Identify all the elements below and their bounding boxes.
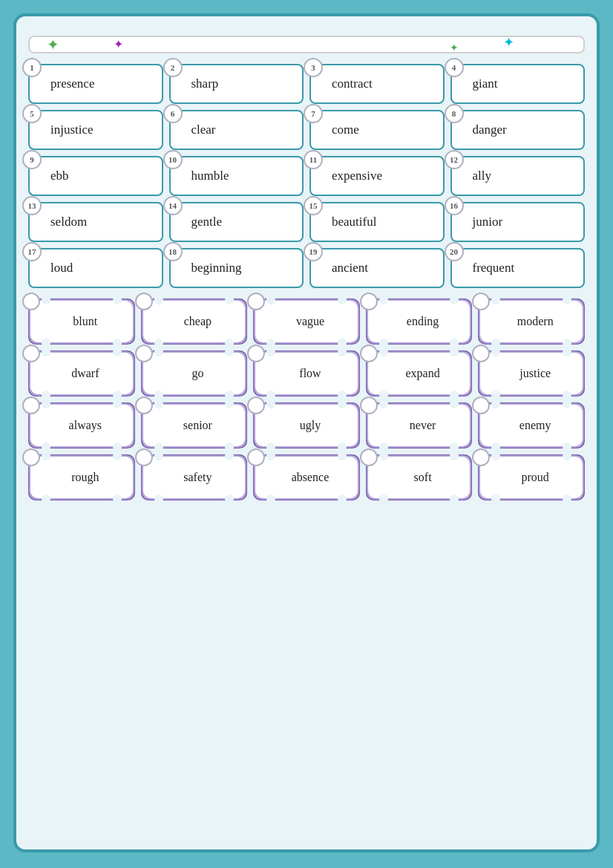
number-circle-19: 19 [304,242,323,261]
purple-box-13: ugly [253,402,360,448]
purple-word-10: justice [519,367,551,380]
purple-word-17: safety [183,471,212,484]
blue-word-2: sharp [191,76,219,91]
purple-word-8: flow [299,367,321,380]
blue-box-15: 15beautiful [309,202,445,242]
blue-box-16: 16junior [450,202,586,242]
purple-word-2: cheap [184,315,212,328]
purple-word-20: proud [522,471,549,484]
answer-circle-20 [472,448,490,466]
number-circle-6: 6 [163,104,183,123]
blue-word-16: junior [473,215,503,229]
purple-word-5: modern [517,315,554,328]
number-circle-18: 18 [163,242,183,261]
purple-word-16: rough [71,471,99,484]
blue-box-14: 14gentle [169,202,304,242]
purple-box-4: ending [366,298,473,345]
answer-circle-16 [22,448,40,466]
number-circle-11: 11 [304,150,323,169]
number-circle-3: 3 [304,58,323,77]
answer-circle-9 [360,345,378,362]
purple-word-14: never [410,419,436,432]
answer-circle-3 [247,293,265,310]
instructions-box [28,36,585,53]
purple-box-12: senior [141,402,248,448]
blue-word-9: ebb [50,169,69,183]
number-circle-17: 17 [22,242,42,261]
blue-word-17: loud [50,261,73,275]
blue-word-7: come [332,123,359,137]
blue-box-13: 13seldom [28,202,163,242]
number-circle-5: 5 [22,104,42,123]
purple-box-18: absence [253,454,360,500]
number-circle-13: 13 [22,196,42,215]
blue-word-12: ally [473,169,492,183]
answer-circle-10 [472,345,490,362]
number-circle-7: 7 [304,104,323,123]
purple-box-19: soft [366,454,473,500]
blue-boxes-grid: 1presence2sharp3contract4giant5injustice… [28,64,585,288]
purple-word-18: absence [292,471,330,484]
purple-box-11: always [28,402,135,448]
answer-circle-12 [135,397,153,414]
blue-box-10: 10humble [169,156,304,196]
blue-box-5: 5injustice [28,110,163,150]
blue-word-4: giant [473,76,498,91]
number-circle-16: 16 [445,196,464,215]
blue-box-11: 11expensive [309,156,445,196]
answer-circle-6 [22,345,40,362]
purple-word-7: go [191,367,203,380]
purple-word-12: senior [183,419,212,432]
purple-box-2: cheap [141,298,248,345]
answer-circle-7 [135,345,153,362]
number-circle-14: 14 [163,196,183,215]
purple-word-19: soft [414,471,432,484]
blue-box-3: 3contract [309,64,445,104]
blue-word-1: presence [50,76,94,91]
answer-circle-19 [360,448,378,466]
answer-circle-2 [135,293,153,310]
blue-box-2: 2sharp [169,64,304,104]
purple-boxes-grid: bluntcheapvagueendingmoderndwarfgoflowex… [28,298,585,500]
blue-box-1: 1presence [28,64,163,104]
purple-box-15: enemy [478,402,585,448]
blue-word-3: contract [332,76,373,91]
number-circle-1: 1 [22,58,42,77]
purple-box-16: rough [28,454,135,500]
blue-word-19: ancient [332,261,368,275]
purple-box-14: never [366,402,473,448]
answer-circle-13 [247,397,265,414]
number-circle-10: 10 [163,150,183,169]
answer-circle-1 [22,293,40,310]
blue-word-8: danger [473,123,507,137]
answer-circle-14 [360,397,378,414]
purple-box-3: vague [253,298,360,345]
purple-box-6: dwarf [28,350,135,397]
blue-word-20: frequent [473,261,515,275]
number-circle-20: 20 [445,242,464,261]
purple-word-9: expand [405,367,439,380]
purple-box-20: proud [478,454,585,500]
purple-box-7: go [141,350,248,397]
purple-word-13: ugly [300,419,321,432]
purple-box-8: flow [253,350,360,397]
blue-word-13: seldom [50,215,87,229]
purple-word-11: always [69,419,102,432]
purple-word-3: vague [296,315,324,328]
purple-box-5: modern [478,298,585,345]
blue-word-11: expensive [332,169,382,183]
answer-circle-5 [472,293,490,310]
answer-circle-17 [135,448,153,466]
purple-word-15: enemy [519,419,551,432]
number-circle-15: 15 [304,196,323,215]
number-circle-9: 9 [22,150,42,169]
blue-word-15: beautiful [332,215,376,229]
blue-box-4: 4giant [450,64,586,104]
number-circle-12: 12 [445,150,464,169]
purple-word-4: ending [407,315,439,328]
blue-box-20: 20frequent [450,248,586,288]
blue-word-18: beginning [191,261,242,275]
answer-circle-18 [247,448,265,466]
purple-section: bluntcheapvagueendingmoderndwarfgoflowex… [28,298,585,500]
blue-box-7: 7come [309,110,445,150]
